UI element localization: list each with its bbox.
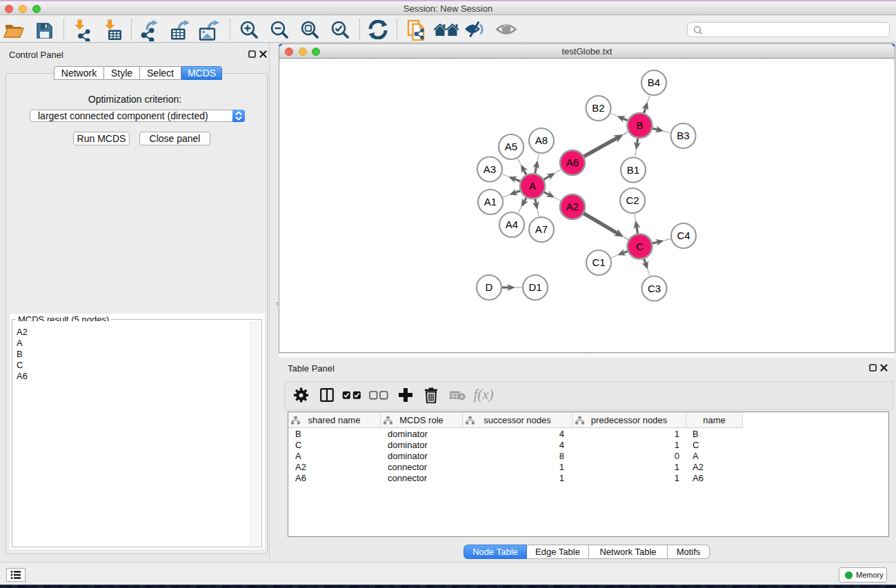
svg-text:D1: D1: [528, 281, 541, 293]
svg-text:B3: B3: [677, 130, 689, 141]
svg-text:C: C: [636, 241, 644, 252]
svg-text:C3: C3: [648, 283, 661, 294]
svg-text:A6: A6: [566, 156, 579, 168]
svg-text:A: A: [529, 180, 536, 192]
svg-text:A3: A3: [484, 163, 496, 175]
svg-text:C2: C2: [626, 194, 639, 206]
svg-text:C4: C4: [677, 230, 690, 241]
svg-text:B: B: [636, 119, 643, 131]
svg-text:C1: C1: [592, 256, 605, 268]
svg-text:A7: A7: [535, 223, 548, 235]
svg-text:A5: A5: [505, 141, 517, 152]
svg-text:A2: A2: [566, 201, 579, 212]
svg-text:A1: A1: [484, 196, 497, 207]
svg-text:f(x): f(x): [473, 387, 493, 403]
svg-text:A8: A8: [535, 134, 548, 146]
svg-text:A4: A4: [506, 219, 518, 230]
svg-text:B4: B4: [648, 77, 660, 88]
svg-text:B1: B1: [627, 164, 639, 176]
svg-text:B2: B2: [592, 102, 604, 114]
svg-text:D: D: [486, 281, 493, 293]
